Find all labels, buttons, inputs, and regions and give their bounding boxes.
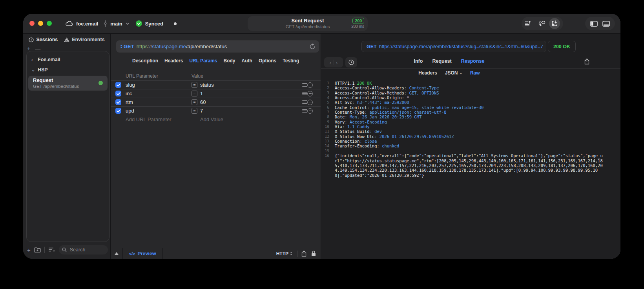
request-item-subtitle: GET /api/embed/status (33, 84, 79, 89)
url-path: /api/embed/status (186, 44, 227, 49)
subtab-raw[interactable]: Raw (470, 70, 480, 76)
tab-testing[interactable]: Testing (283, 58, 299, 64)
equals-operator[interactable]: = (192, 108, 197, 114)
reorder-handle-icon[interactable] (298, 100, 307, 104)
sort-export-icon[interactable] (525, 21, 531, 26)
search-input[interactable] (69, 247, 105, 253)
zoom-button[interactable] (47, 21, 52, 26)
branch-name[interactable]: main (110, 21, 122, 27)
app-window: foe.email main Synced Sent Request GET /… (23, 14, 620, 259)
status-text: 200 OK (357, 81, 372, 85)
pull-merge-icon[interactable] (538, 21, 545, 27)
tab-headers[interactable]: Headers (164, 58, 183, 64)
tab-options[interactable]: Options (259, 58, 276, 64)
reorder-handle-icon[interactable] (298, 109, 307, 113)
line-number: 12 (321, 134, 331, 139)
tab-request[interactable]: Request (432, 58, 451, 64)
request-url[interactable]: https://statuspage.me/api/embed/status (137, 44, 227, 49)
share-icon[interactable] (301, 251, 306, 257)
remove-param-icon[interactable] (307, 100, 313, 105)
project-name[interactable]: foe.email (76, 21, 98, 27)
add-value[interactable]: Add Value (200, 116, 298, 122)
tab-url-params[interactable]: URL Params (189, 58, 217, 64)
param-checkbox[interactable] (115, 91, 121, 96)
header-value: 1.1 Caddy (347, 124, 370, 129)
bottom-divider (44, 247, 45, 253)
reorder-handle-icon[interactable] (298, 83, 307, 87)
protocol-selector[interactable]: HTTP (276, 251, 292, 256)
tab-info[interactable]: Info (414, 58, 423, 64)
param-name[interactable]: upd (126, 108, 192, 114)
header-key: Cache-Control (335, 105, 367, 110)
tab-response[interactable]: Response (461, 58, 485, 64)
param-name[interactable]: slug (126, 82, 192, 88)
environments-icon (64, 37, 69, 42)
tab-sessions[interactable]: Sessions (29, 37, 58, 42)
param-name[interactable]: inc (126, 91, 192, 96)
tab-environments[interactable]: Environments (64, 37, 104, 42)
header-value: Accept-Encoding (350, 120, 387, 124)
param-checkbox[interactable] (115, 108, 121, 114)
chevron-down-icon[interactable] (126, 22, 130, 25)
request-url-bar[interactable]: GET https://statuspage.me/api/embed/stat… (116, 40, 319, 53)
header-value: application/json; charset=utf-8 (370, 110, 447, 115)
tree-group-foe-email[interactable]: › Foe.email (27, 55, 109, 65)
method-selector[interactable]: GET (120, 44, 134, 49)
tab-description[interactable]: Description (132, 58, 158, 64)
header-key: Vary (335, 120, 345, 124)
search-field[interactable] (59, 245, 108, 254)
triangle-up-icon (115, 252, 119, 255)
preview-button[interactable]: </> Preview (123, 248, 163, 259)
minimize-button[interactable] (38, 21, 43, 26)
add-request-button[interactable]: + (27, 247, 31, 253)
equals-operator[interactable]: = (192, 91, 197, 96)
response-raw-view: 1HTTP/1.1200 OK 2Access-Control-Allow-He… (321, 81, 620, 259)
close-button[interactable] (29, 21, 35, 26)
sync-status: Synced (145, 21, 163, 27)
param-value[interactable]: status (200, 82, 298, 88)
remove-param-icon[interactable] (307, 82, 313, 88)
params-header-row: URL Parameter Value (111, 72, 321, 81)
sent-url: https://statuspage.me/api/embed/status?s… (379, 44, 543, 49)
unsaved-dot (174, 22, 177, 25)
subtab-headers[interactable]: Headers (418, 70, 437, 76)
header-key: Access-Control-Allow-Origin (335, 95, 402, 100)
tab-body[interactable]: Body (224, 58, 235, 64)
export-response-icon[interactable] (584, 58, 589, 65)
sent-request-capsule[interactable]: Sent Request GET /api/embed/status 200 2… (248, 16, 368, 31)
sort-list-icon[interactable] (48, 247, 55, 252)
url-separator: :// (148, 44, 152, 49)
request-panel: GET https://statuspage.me/api/embed/stat… (111, 34, 321, 259)
tab-sessions-label: Sessions (36, 37, 58, 42)
param-row: rtm = 60 (111, 98, 321, 107)
url-host: statuspage.me (152, 44, 186, 49)
param-checkbox[interactable] (115, 99, 121, 105)
new-folder-icon[interactable] (34, 247, 41, 253)
equals-operator[interactable]: = (192, 99, 197, 105)
sent-request-line[interactable]: GET https://statuspage.me/api/embed/stat… (361, 41, 546, 52)
resend-icon[interactable] (310, 44, 315, 49)
remove-param-icon[interactable] (307, 91, 313, 96)
toggle-sidebar-icon[interactable] (590, 21, 598, 27)
param-name[interactable]: rtm (126, 99, 192, 105)
header-value: chunked (382, 144, 399, 148)
add-url-parameter[interactable]: Add URL Parameter (126, 116, 192, 122)
header-value: dev (374, 129, 382, 134)
collapse-panel-button[interactable] (111, 248, 123, 259)
request-list-item-selected[interactable]: Request GET /api/embed/status (28, 76, 108, 91)
param-checkbox[interactable] (115, 82, 121, 88)
param-value[interactable]: 1 (200, 91, 298, 96)
equals-operator[interactable]: = (192, 82, 197, 88)
param-value[interactable]: 60 (200, 99, 298, 105)
subtab-json[interactable]: JSON ⌄ (445, 70, 462, 76)
reorder-handle-icon[interactable] (298, 92, 307, 95)
tree-group-hsp[interactable]: ⌄ HSP (27, 65, 109, 75)
import-export-button[interactable] (549, 18, 560, 29)
tab-auth[interactable]: Auth (242, 58, 252, 64)
header-key: Connection (335, 139, 359, 144)
lock-icon[interactable] (311, 251, 316, 256)
remove-param-icon[interactable] (307, 108, 313, 114)
sidebar: Sessions Environments + — › (23, 34, 111, 259)
param-value[interactable]: 7 (200, 108, 298, 114)
toggle-bottom-panel-icon[interactable] (602, 21, 610, 27)
